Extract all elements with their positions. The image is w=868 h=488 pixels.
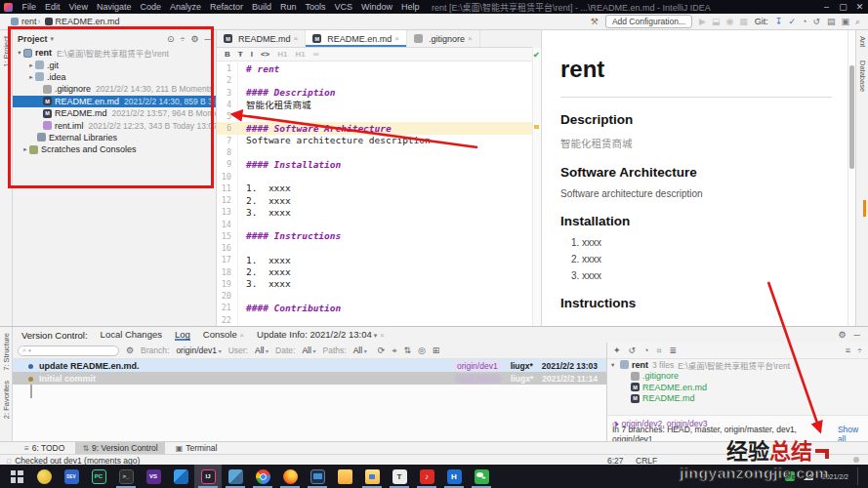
changed-files-root-row[interactable]: ▾ rent 3 files E:\桌面\智能共享租赁平台\rent <box>607 359 868 371</box>
scrollbar-thumb[interactable] <box>849 65 854 169</box>
menu-item[interactable]: Navigate <box>92 2 136 12</box>
project-toolbar-icon[interactable]: ⚙ <box>191 34 199 44</box>
branch-tag[interactable]: origin/dev1 <box>453 361 502 371</box>
details-toolbar-icon[interactable]: ≣ <box>670 346 678 356</box>
taskbar-app[interactable] <box>3 465 30 488</box>
editor-line[interactable]: 12 2. xxxx <box>217 194 532 206</box>
taskbar-app[interactable] <box>140 465 167 488</box>
editor-tab[interactable]: .gitignore × <box>407 30 480 47</box>
md-format-icon[interactable]: Ŧ <box>238 50 243 59</box>
breadcrumb-file[interactable]: README.en.md <box>56 17 120 26</box>
git-action-icon[interactable]: ◔ <box>802 18 806 26</box>
chevron-down-icon[interactable]: ▾ <box>51 35 55 43</box>
minimize-button[interactable]: – <box>818 2 835 12</box>
tray-clock[interactable]: 2021/2/2 <box>822 473 848 480</box>
vcs-tab[interactable]: Update Info: 2021/2/2 13:04 ▾ <box>257 329 385 341</box>
menu-item[interactable]: Help <box>397 2 425 12</box>
toolbar-icon[interactable]: ▤ <box>827 18 836 26</box>
branch-filter-value[interactable]: origin/dev1 <box>176 346 221 355</box>
project-toolbar-icon[interactable]: ÷ <box>181 34 186 44</box>
close-tab-icon[interactable]: × <box>294 34 299 43</box>
vcs-tab[interactable]: Console ▾ <box>203 329 244 341</box>
taskbar-app[interactable] <box>276 465 304 488</box>
editor-line[interactable]: 14 <box>217 218 532 229</box>
editor-line[interactable]: 15 #### Instructions <box>217 230 532 242</box>
md-format-icon[interactable]: I <box>251 50 253 59</box>
details-toolbar-icon[interactable]: ⌗ <box>657 346 662 356</box>
menu-item[interactable]: Run <box>276 2 302 12</box>
menu-item[interactable]: Tools <box>301 2 330 12</box>
editor-line[interactable]: 1 # rent <box>217 62 532 74</box>
editor-line[interactable]: 5 <box>217 110 532 122</box>
menu-item[interactable]: Analyze <box>165 2 205 12</box>
taskbar-app[interactable] <box>112 465 140 488</box>
taskbar-app[interactable] <box>468 465 495 488</box>
tree-chevron-icon[interactable]: ▸ <box>27 73 35 81</box>
taskbar-app[interactable] <box>249 465 276 488</box>
editor-line[interactable]: 8 <box>217 146 532 158</box>
taskbar-app[interactable] <box>30 465 58 488</box>
taskbar-app[interactable] <box>222 465 249 488</box>
event-log-icon[interactable]: □ <box>7 458 11 465</box>
md-format-icon[interactable]: H1 <box>295 50 305 59</box>
close-tab-icon[interactable]: × <box>394 34 399 43</box>
editor-tab[interactable]: README.md × <box>217 30 306 47</box>
structure-stripe-tab[interactable]: 7: Structure <box>2 333 11 371</box>
toolbar-icon[interactable]: ▣ <box>841 18 849 26</box>
details-toolbar-icon[interactable]: ✦ <box>613 346 621 356</box>
search-settings-icon[interactable]: ⚙ <box>126 346 134 355</box>
close-tab-icon[interactable]: × <box>468 34 473 43</box>
project-tree-row[interactable]: External Libraries <box>13 132 216 143</box>
toolbar-icon[interactable]: ⌕ <box>855 18 860 26</box>
taskbar-app[interactable] <box>413 465 440 488</box>
log-toolbar-icon[interactable]: ◎ <box>418 346 426 356</box>
changed-file-row[interactable]: README.en.md <box>607 382 868 393</box>
show-desktop-button[interactable] <box>857 468 860 485</box>
md-format-icon[interactable]: B <box>225 50 230 59</box>
ant-stripe-tab[interactable]: Ant <box>858 36 867 47</box>
vcs-tab[interactable]: Local Changes ▾ <box>101 329 162 341</box>
inspection-ok-icon[interactable]: ✔ <box>533 51 540 60</box>
project-tree-row[interactable]: ▸ .git <box>13 59 216 70</box>
expand-all-icon[interactable]: ≡ <box>846 346 850 355</box>
run-control-icon[interactable]: ▦ <box>739 18 748 26</box>
user-filter-value[interactable]: All <box>255 346 269 355</box>
menu-item[interactable]: View <box>64 2 92 12</box>
menu-item[interactable]: VCS <box>330 2 357 12</box>
details-toolbar-icon[interactable]: ◔ <box>643 346 648 356</box>
hide-panel-icon[interactable]: ─ <box>854 330 860 340</box>
log-search-input[interactable]: ⌕▾ <box>18 346 119 356</box>
changed-file-row[interactable]: .gitignore <box>607 371 868 383</box>
md-format-icon[interactable]: H1 <box>277 50 287 59</box>
taskbar-app[interactable] <box>440 465 468 488</box>
editor-line[interactable]: 20 <box>217 290 532 302</box>
project-tree-row[interactable]: rent.iml 2021/2/2 12:23, 343 B Today 13:… <box>13 119 216 131</box>
tree-chevron-icon[interactable]: ▾ <box>16 49 23 57</box>
git-action-icon[interactable]: ↺ <box>812 18 820 26</box>
menu-item[interactable]: Code <box>136 2 166 12</box>
paths-filter-value[interactable]: All <box>353 346 367 355</box>
editor-line[interactable]: 6 #### Software Architecture <box>217 122 532 134</box>
commit-row[interactable]: Initial commit origin/dev2 liugx* 2021/2… <box>13 372 606 385</box>
run-control-icon[interactable]: ⬓ <box>712 18 721 26</box>
log-toolbar-icon[interactable]: ⇅ <box>403 346 411 356</box>
build-tools-icon[interactable]: ⚒ <box>591 18 599 26</box>
project-tree-row[interactable]: README.md 2021/2/2 13:57, 964 B Moments … <box>13 107 216 119</box>
menu-item[interactable]: Build <box>247 2 275 12</box>
favorites-stripe-tab[interactable]: 2: Favorites <box>2 381 11 419</box>
taskbar-app[interactable] <box>194 465 222 488</box>
menu-item[interactable]: Window <box>357 2 397 12</box>
tool-window-tab[interactable]: ≡ 6: TODO <box>18 442 71 455</box>
changed-file-row[interactable]: README.md <box>607 393 868 405</box>
taskbar-app[interactable] <box>167 465 194 488</box>
details-toolbar-icon[interactable]: ↺ <box>629 346 637 356</box>
editor-line[interactable]: 11 1. xxxx <box>217 183 532 194</box>
md-format-icon[interactable]: <> <box>261 50 269 59</box>
project-tree-row[interactable]: ▸ .idea <box>13 71 216 83</box>
editor-line[interactable]: 13 3. xxxx <box>217 206 532 218</box>
wechat-tray-icon[interactable] <box>785 471 795 481</box>
project-tree-row[interactable]: .gitignore 2021/2/2 14:30, 211 B Moments… <box>13 83 216 95</box>
branch-tag[interactable]: origin/dev2 <box>454 374 503 384</box>
tool-window-tab[interactable]: ▣ Terminal <box>169 442 225 455</box>
taskbar-app[interactable] <box>386 465 413 488</box>
